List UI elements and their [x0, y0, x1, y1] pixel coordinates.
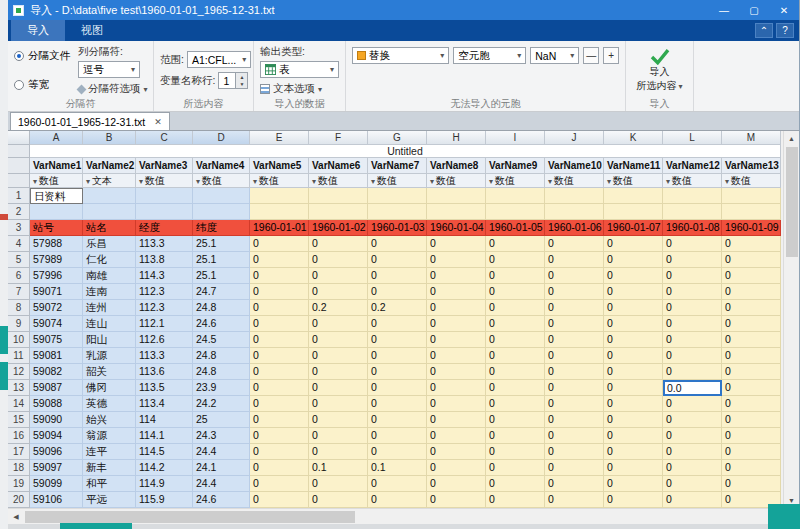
table-cell[interactable]: 0 [368, 332, 427, 348]
table-cell[interactable]: 0 [486, 252, 545, 268]
range-select[interactable]: A1:CFL... [187, 51, 251, 68]
table-cell[interactable]: 25.1 [193, 236, 250, 252]
table-cell[interactable]: 0 [722, 364, 781, 380]
table-cell[interactable]: 0 [250, 236, 309, 252]
table-cell[interactable]: 1960-01-04 [427, 220, 486, 236]
variable-name-9[interactable]: VarName9 [486, 158, 545, 174]
table-cell[interactable]: 59072 [30, 300, 83, 316]
variable-name-6[interactable]: VarName6 [309, 158, 368, 174]
table-cell[interactable]: 0 [486, 332, 545, 348]
table-cell[interactable]: 0 [545, 476, 604, 492]
minimize-button[interactable]: — [709, 0, 739, 20]
table-cell[interactable]: 0 [427, 492, 486, 508]
table-cell[interactable]: 0 [250, 300, 309, 316]
table-cell[interactable]: 新丰 [83, 460, 136, 476]
table-cell[interactable]: 24.7 [193, 284, 250, 300]
tab-import[interactable]: 导入 [11, 20, 65, 41]
table-cell[interactable]: 0 [722, 476, 781, 492]
table-cell[interactable]: 0 [604, 428, 663, 444]
table-cell[interactable]: 0 [663, 316, 722, 332]
variable-name-8[interactable]: VarName8 [427, 158, 486, 174]
variable-type-3[interactable]: 数值 [136, 174, 193, 188]
table-cell[interactable]: 0 [545, 380, 604, 396]
table-cell[interactable]: 0 [250, 268, 309, 284]
table-cell[interactable]: 114.3 [136, 268, 193, 284]
table-cell[interactable]: 0 [545, 396, 604, 412]
row-header-7[interactable]: 7 [8, 284, 30, 300]
table-cell[interactable]: 0 [604, 348, 663, 364]
table-cell[interactable]: 0 [545, 444, 604, 460]
table-cell[interactable]: 59081 [30, 348, 83, 364]
table-cell[interactable]: 始兴 [83, 412, 136, 428]
column-delimiter-select[interactable]: 逗号 [78, 61, 140, 78]
row-header-11[interactable]: 11 [8, 348, 30, 364]
column-header-H[interactable]: H [427, 131, 486, 145]
table-cell[interactable]: 113.5 [136, 380, 193, 396]
variable-type-13[interactable]: 数值 [722, 174, 781, 188]
variable-type-2[interactable]: 文本 [83, 174, 136, 188]
column-header-C[interactable]: C [136, 131, 193, 145]
table-cell[interactable]: 0 [427, 380, 486, 396]
import-selection-button[interactable]: 导入 所选内容 [632, 45, 687, 97]
table-cell[interactable]: 0 [545, 284, 604, 300]
table-cell[interactable]: 0 [486, 348, 545, 364]
table-cell[interactable]: 0 [722, 332, 781, 348]
table-cell[interactable]: 0.2 [368, 300, 427, 316]
row-header-14[interactable]: 14 [8, 396, 30, 412]
table-cell[interactable]: 0 [486, 300, 545, 316]
table-cell[interactable]: 0 [368, 236, 427, 252]
table-cell[interactable]: 114 [136, 412, 193, 428]
variable-names-row-input[interactable]: 1 [218, 72, 236, 89]
table-cell[interactable] [663, 204, 722, 220]
table-cell[interactable]: 112.6 [136, 332, 193, 348]
table-cell[interactable]: 1960-01-01 [250, 220, 309, 236]
variable-type-6[interactable]: 数值 [309, 174, 368, 188]
table-cell[interactable]: 翁源 [83, 428, 136, 444]
table-cell[interactable]: 0 [545, 412, 604, 428]
tab-view[interactable]: 视图 [65, 20, 119, 41]
variable-type-11[interactable]: 数值 [604, 174, 663, 188]
table-cell[interactable]: 0 [545, 492, 604, 508]
table-cell[interactable]: 0 [309, 380, 368, 396]
table-cell[interactable]: 0 [663, 332, 722, 348]
table-cell[interactable]: 0 [604, 492, 663, 508]
variable-type-5[interactable]: 数值 [250, 174, 309, 188]
table-cell[interactable]: 113.3 [136, 236, 193, 252]
table-cell[interactable]: 0 [250, 252, 309, 268]
table-cell[interactable]: 0 [604, 236, 663, 252]
column-header-K[interactable]: K [604, 131, 663, 145]
horizontal-scrollbar[interactable]: ◀ ▶ [8, 509, 783, 524]
table-cell[interactable]: 0 [368, 476, 427, 492]
output-type-select[interactable]: 表 [260, 61, 339, 78]
table-cell[interactable]: 59099 [30, 476, 83, 492]
table-cell[interactable]: 0 [604, 460, 663, 476]
table-cell[interactable]: 0 [663, 492, 722, 508]
table-cell[interactable]: 0 [604, 316, 663, 332]
table-cell[interactable]: 连州 [83, 300, 136, 316]
table-cell[interactable]: 0 [250, 460, 309, 476]
table-cell[interactable]: 59075 [30, 332, 83, 348]
table-cell[interactable]: 59096 [30, 444, 83, 460]
table-cell[interactable]: 0 [722, 348, 781, 364]
table-cell[interactable]: 0 [722, 236, 781, 252]
table-cell[interactable]: 0 [663, 268, 722, 284]
row-header-8[interactable]: 8 [8, 300, 30, 316]
table-cell[interactable]: 0 [427, 364, 486, 380]
table-cell[interactable]: 0 [545, 236, 604, 252]
table-cell[interactable]: 0 [604, 364, 663, 380]
table-cell[interactable]: 0 [604, 444, 663, 460]
variable-type-12[interactable]: 数值 [663, 174, 722, 188]
row-header-19[interactable]: 19 [8, 476, 30, 492]
table-cell[interactable]: 0 [250, 492, 309, 508]
table-cell[interactable]: 0 [663, 428, 722, 444]
table-cell[interactable]: 0 [309, 284, 368, 300]
row-header-2[interactable]: 2 [8, 204, 30, 220]
table-cell[interactable]: 0 [604, 268, 663, 284]
variable-name-10[interactable]: VarName10 [545, 158, 604, 174]
table-cell[interactable]: 1960-01-07 [604, 220, 663, 236]
table-cell[interactable]: 112.3 [136, 300, 193, 316]
table-cell[interactable]: 0 [604, 300, 663, 316]
table-cell[interactable]: 59088 [30, 396, 83, 412]
table-cell[interactable]: 0 [663, 460, 722, 476]
table-cell[interactable]: 59082 [30, 364, 83, 380]
